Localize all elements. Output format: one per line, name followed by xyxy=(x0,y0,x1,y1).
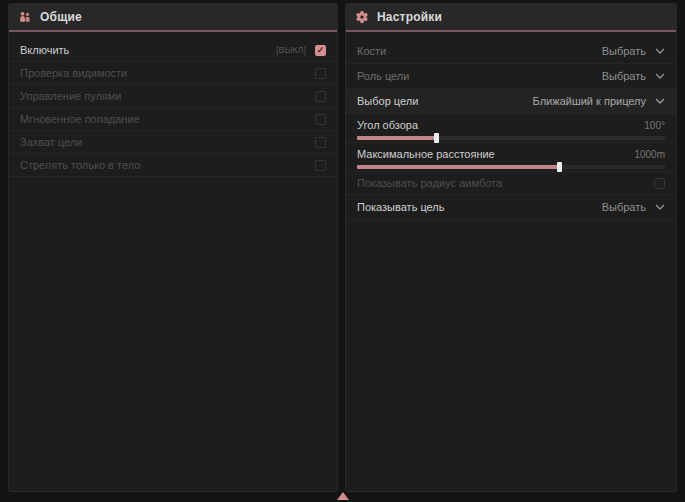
settings-panel: Настройки Кости Выбрать Роль цели Выбрат… xyxy=(345,3,677,492)
general-panel-header: Общие xyxy=(9,4,337,30)
row-show-aimbot-radius[interactable]: Показывать радиус аимбота xyxy=(346,172,676,195)
row-enable-checkbox[interactable]: ✓ xyxy=(315,45,326,56)
dropdown-show-target-label: Показывать цель xyxy=(357,201,445,213)
chevron-down-icon xyxy=(655,48,665,54)
row-enable-label: Включить xyxy=(20,44,69,56)
row-body-only-checkbox[interactable] xyxy=(315,160,326,171)
slider-max-distance-value: 1000m xyxy=(634,149,665,160)
slider-fov: Угол обзора 100° xyxy=(346,114,676,143)
row-bullet-control-checkbox[interactable] xyxy=(315,91,326,102)
dropdown-target-role-label: Роль цели xyxy=(357,70,409,82)
chevron-down-icon xyxy=(655,73,665,79)
row-bullet-control[interactable]: Управление пулями xyxy=(9,85,337,108)
duo-users-icon xyxy=(18,10,32,24)
slider-fov-thumb[interactable] xyxy=(434,133,439,143)
settings-panel-title: Настройки xyxy=(377,10,442,24)
slider-fov-track[interactable] xyxy=(357,136,665,140)
slider-fov-fill xyxy=(357,136,437,140)
row-show-aimbot-radius-label: Показывать радиус аимбота xyxy=(357,177,502,189)
row-body-only[interactable]: Стрелять только в тело xyxy=(9,154,337,177)
row-instant-hit[interactable]: Мгновенное попадание xyxy=(9,108,337,131)
dropdown-target-selection[interactable]: Выбор цели Ближайший к прицелу xyxy=(346,89,676,114)
dropdown-show-target-value: Выбрать xyxy=(602,201,646,213)
row-target-lock-label: Захват цели xyxy=(20,136,82,148)
dropdown-target-role-value: Выбрать xyxy=(602,70,646,82)
general-panel: Общие Включить [ВЫКЛ] ✓ Проверка видимос… xyxy=(8,3,338,492)
dropdown-target-role[interactable]: Роль цели Выбрать xyxy=(346,64,676,89)
dropdown-target-selection-label: Выбор цели xyxy=(357,95,418,107)
dropdown-show-target[interactable]: Показывать цель Выбрать xyxy=(346,195,676,220)
row-enable-hotkey: [ВЫКЛ] xyxy=(276,45,306,55)
dropdown-bones-label: Кости xyxy=(357,45,386,57)
checkmark-icon: ✓ xyxy=(317,46,325,55)
triangle-up-icon[interactable] xyxy=(337,492,349,500)
chevron-down-icon xyxy=(655,204,665,210)
dropdown-target-selection-value: Ближайший к прицелу xyxy=(533,95,646,107)
gear-icon xyxy=(355,10,369,24)
row-bullet-control-label: Управление пулями xyxy=(20,90,122,102)
row-instant-hit-checkbox[interactable] xyxy=(315,114,326,125)
slider-max-distance-track[interactable] xyxy=(357,165,665,169)
slider-fov-label: Угол обзора xyxy=(357,119,418,131)
slider-fov-value: 100° xyxy=(644,120,665,131)
slider-max-distance-fill xyxy=(357,165,560,169)
row-show-aimbot-radius-checkbox[interactable] xyxy=(654,178,665,189)
chevron-down-icon xyxy=(655,98,665,104)
slider-max-distance: Максимальное расстояние 1000m xyxy=(346,143,676,172)
row-visibility-check[interactable]: Проверка видимости xyxy=(9,62,337,85)
row-visibility-check-label: Проверка видимости xyxy=(20,67,127,79)
row-enable[interactable]: Включить [ВЫКЛ] ✓ xyxy=(9,39,337,62)
row-visibility-check-checkbox[interactable] xyxy=(315,68,326,79)
row-body-only-label: Стрелять только в тело xyxy=(20,159,140,171)
slider-max-distance-thumb[interactable] xyxy=(557,162,562,172)
slider-max-distance-label: Максимальное расстояние xyxy=(357,148,495,160)
general-panel-title: Общие xyxy=(40,10,82,24)
row-instant-hit-label: Мгновенное попадание xyxy=(20,113,140,125)
dropdown-bones[interactable]: Кости Выбрать xyxy=(346,39,676,64)
row-target-lock[interactable]: Захват цели xyxy=(9,131,337,154)
row-target-lock-checkbox[interactable] xyxy=(315,137,326,148)
dropdown-bones-value: Выбрать xyxy=(602,45,646,57)
settings-panel-header: Настройки xyxy=(346,4,676,30)
